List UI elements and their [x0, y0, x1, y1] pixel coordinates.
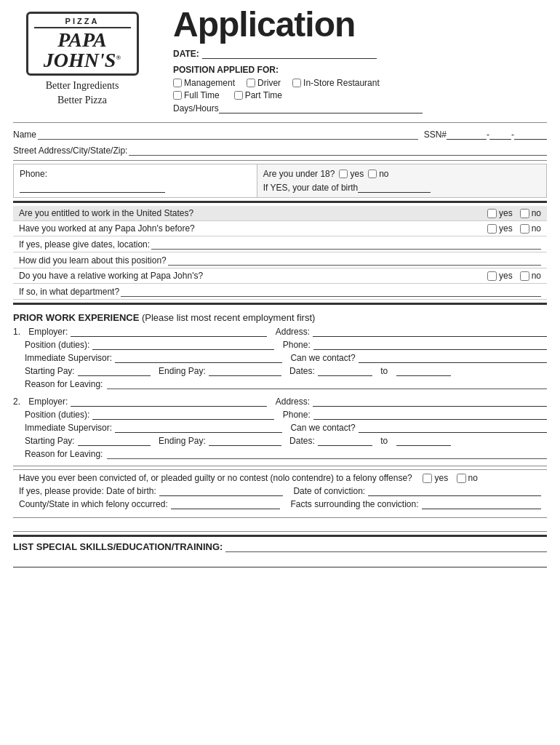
emp1-row4: Starting Pay: Ending Pay: Dates: to	[13, 365, 547, 376]
emp1-contact-input[interactable]	[359, 352, 547, 363]
under18-yes: yes	[339, 169, 364, 179]
dob-input[interactable]	[358, 182, 431, 193]
emp2-startpay-label: Starting Pay:	[25, 436, 75, 446]
divider-1	[13, 122, 547, 123]
felony-yes-checkbox[interactable]	[423, 474, 432, 483]
emp2-dates-end-input[interactable]	[396, 435, 451, 446]
emp2-position-input[interactable]	[92, 409, 274, 420]
name-input[interactable]	[38, 129, 418, 140]
felony-no: no	[457, 473, 478, 483]
employer-1-block: 1. Employer: Address: Position (duties):…	[13, 324, 547, 393]
emp1-address-input[interactable]	[313, 326, 547, 337]
ssn-input-1[interactable]	[447, 129, 487, 140]
parttime-checkbox[interactable]	[234, 91, 243, 100]
no-label: no	[379, 169, 388, 179]
q1-yes-checkbox[interactable]	[487, 209, 497, 218]
q2-yes-label: yes	[499, 223, 513, 234]
emp1-dates-end-input[interactable]	[396, 365, 451, 376]
felony-facts-input[interactable]	[422, 498, 541, 509]
emp1-row1: 1. Employer: Address:	[13, 326, 547, 337]
position-options-row1: Management Driver In-Store Restaurant	[173, 78, 547, 88]
felony-no-checkbox[interactable]	[457, 474, 466, 483]
q3-input[interactable]	[151, 239, 541, 250]
fulltime-label: Full Time	[184, 90, 220, 100]
application-title-area: Application DATE: POSITION APPLIED FOR: …	[159, 7, 547, 118]
q4-row: How did you learn about this position?	[13, 252, 547, 268]
q1-yes: yes	[487, 208, 513, 218]
parttime-option: Part Time	[234, 90, 282, 100]
under18-label: Are you under 18?	[263, 169, 335, 179]
phone-input[interactable]	[20, 182, 165, 193]
emp2-supervisor-input[interactable]	[115, 422, 282, 433]
felony-county-input[interactable]	[171, 498, 280, 509]
yes-label: yes	[350, 169, 364, 179]
q3-label: If yes, please give dates, location:	[19, 239, 150, 250]
days-hours-input[interactable]	[219, 103, 423, 113]
q1-no-checkbox[interactable]	[520, 209, 529, 218]
tagline-line2: Better Pizza	[57, 95, 107, 105]
questions-section: Are you entitled to work in the United S…	[13, 206, 547, 300]
emp2-contact-label: Can we contact?	[290, 423, 355, 433]
q2-yes-checkbox[interactable]	[487, 224, 497, 234]
q5-no-checkbox[interactable]	[520, 271, 529, 281]
under18-yes-checkbox[interactable]	[339, 170, 348, 178]
management-checkbox[interactable]	[173, 79, 182, 87]
emp1-dates-input[interactable]	[318, 365, 372, 376]
emp2-row3: Immediate Supervisor: Can we contact?	[13, 422, 547, 433]
q5-no: no	[520, 271, 541, 281]
position-label: POSITION APPLIED FOR:	[173, 65, 547, 75]
management-label: Management	[184, 78, 235, 88]
skills-input-1[interactable]	[225, 541, 547, 552]
emp1-endpay-input[interactable]	[209, 365, 281, 376]
q2-yes: yes	[487, 223, 513, 234]
emp2-startpay-input[interactable]	[78, 435, 151, 446]
driver-checkbox[interactable]	[247, 79, 255, 87]
emp2-endpay-label: Ending Pay:	[159, 436, 206, 446]
name-label: Name	[13, 130, 36, 140]
q5-yes-checkbox[interactable]	[487, 271, 497, 281]
instore-checkbox[interactable]	[292, 79, 301, 87]
emp1-phone-input[interactable]	[313, 339, 547, 350]
emp2-employer-input[interactable]	[71, 396, 267, 407]
divider-skills-top	[13, 531, 547, 532]
emp1-reason-input[interactable]	[107, 378, 547, 389]
q2-no-checkbox[interactable]	[520, 224, 529, 234]
emp2-endpay-input[interactable]	[209, 435, 281, 446]
emp2-address-label: Address:	[276, 397, 310, 407]
emp1-supervisor-input[interactable]	[115, 352, 282, 363]
emp1-startpay-input[interactable]	[78, 365, 151, 376]
logo-area: PIZZA PAPA JOHN'S® Better Ingredients Be…	[13, 7, 159, 111]
emp2-dates-label: Dates:	[289, 436, 315, 446]
q2-text: Have you worked at any Papa John's befor…	[19, 223, 487, 234]
position-section: POSITION APPLIED FOR: Management Driver …	[173, 65, 547, 113]
ssn-input-2[interactable]	[489, 129, 511, 140]
emp2-reason-input[interactable]	[107, 448, 547, 459]
felony-conviction-input[interactable]	[368, 485, 541, 496]
q5-text: Do you have a relative working at Papa J…	[19, 271, 487, 281]
emp2-contact-input[interactable]	[359, 422, 547, 433]
registered-mark: ®	[116, 54, 121, 61]
skills-input-2[interactable]	[13, 557, 547, 567]
ssn-input-3[interactable]	[514, 129, 547, 140]
thick-divider-2	[13, 303, 547, 305]
felony-dob-input[interactable]	[159, 485, 283, 496]
q6-input[interactable]	[121, 286, 541, 297]
q1-yes-label: yes	[499, 208, 513, 218]
emp1-employer-input[interactable]	[71, 326, 267, 337]
q4-input[interactable]	[168, 255, 541, 266]
prior-work-header: PRIOR WORK EXPERIENCE (Please list most …	[13, 308, 547, 324]
emp2-address-input[interactable]	[313, 396, 547, 407]
emp1-position-input[interactable]	[92, 339, 274, 350]
under18-no-checkbox[interactable]	[368, 170, 377, 178]
emp2-row1: 2. Employer: Address:	[13, 396, 547, 407]
felony-dob-label: If yes, please provide: Date of birth:	[19, 486, 156, 496]
emp2-phone-input[interactable]	[313, 409, 547, 420]
emp1-to-label: to	[380, 366, 388, 376]
pizza-text: PIZZA	[34, 17, 131, 28]
address-input[interactable]	[129, 145, 547, 156]
date-input[interactable]	[202, 48, 377, 59]
parttime-label: Part Time	[245, 90, 282, 100]
fulltime-checkbox[interactable]	[173, 91, 182, 100]
emp1-position-label: Position (duties):	[25, 340, 89, 350]
emp2-dates-input[interactable]	[318, 435, 372, 446]
